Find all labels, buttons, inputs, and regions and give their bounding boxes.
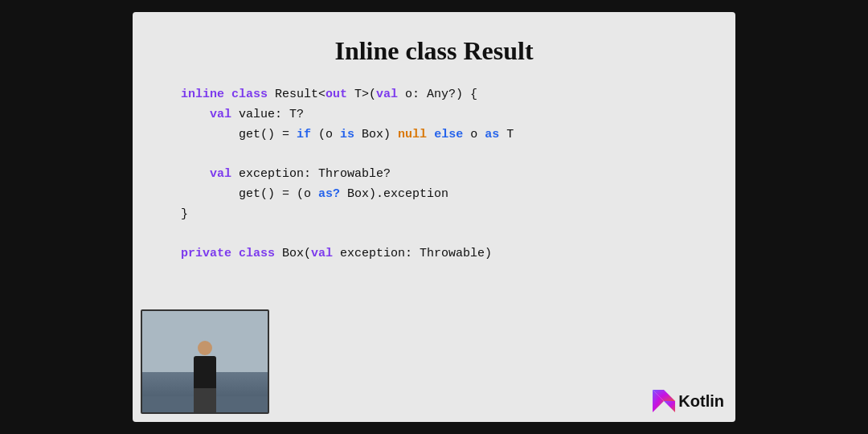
- keyword-as-q: as?: [318, 187, 340, 201]
- code-line-5: val exception: Throwable?: [181, 165, 703, 185]
- code-line-2: val value: T?: [181, 105, 703, 125]
- left-dark-bar: [0, 0, 133, 434]
- keyword-is: is: [340, 128, 354, 141]
- code-line-4: [181, 145, 703, 165]
- kotlin-logo: Kotlin: [653, 390, 724, 412]
- keyword-private: private: [181, 247, 231, 260]
- code-line-8: [181, 224, 703, 244]
- kotlin-label: Kotlin: [678, 392, 724, 411]
- right-dark-bar: [735, 0, 868, 434]
- keyword-val-3: val: [210, 167, 231, 181]
- kotlin-icon: [653, 390, 675, 412]
- keyword-out: out: [326, 88, 347, 101]
- slide-title: Inline class Result: [334, 36, 533, 66]
- keyword-val-1: val: [376, 88, 398, 101]
- keyword-null: null: [398, 128, 427, 141]
- presenter-video: [141, 309, 269, 414]
- code-line-6: get() = (o as? Box).exception: [181, 185, 703, 205]
- slide: Inline class Result inline class Result<…: [133, 12, 735, 422]
- code-line-1: inline class Result<out T>(val o: Any?) …: [181, 85, 703, 105]
- code-line-3: get() = if (o is Box) null else o as T: [181, 125, 703, 145]
- svg-marker-2: [664, 401, 675, 412]
- keyword-else: else: [434, 128, 463, 141]
- keyword-val-2: val: [210, 108, 231, 121]
- keyword-val-4: val: [311, 247, 333, 260]
- keyword-if: if: [297, 128, 311, 141]
- keyword-as: as: [485, 128, 499, 141]
- code-line-9: private class Box(val exception: Throwab…: [181, 244, 703, 264]
- keyword-class-2: class: [239, 247, 275, 260]
- code-block: inline class Result<out T>(val o: Any?) …: [165, 85, 703, 264]
- code-line-7: }: [181, 205, 703, 225]
- keyword-inline: inline: [181, 88, 224, 101]
- presenter-inner: [142, 311, 268, 412]
- keyword-class: class: [231, 88, 268, 101]
